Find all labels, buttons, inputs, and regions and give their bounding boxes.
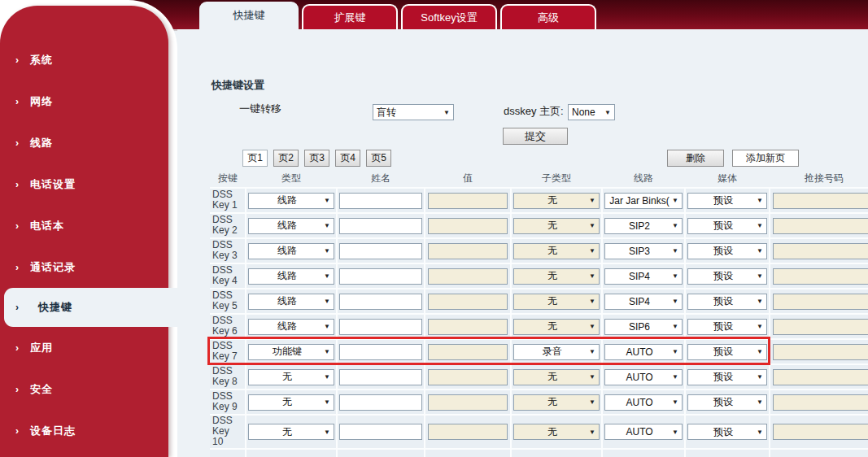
chevron-down-icon: ▼	[757, 272, 763, 280]
delete-button[interactable]: 删除	[667, 150, 724, 167]
table-cell: DSS Key 7	[210, 339, 246, 364]
sidebar-item-menu[interactable]: ›电话设置	[0, 163, 168, 205]
media-select[interactable]: 预设▼	[687, 319, 767, 335]
table-cell	[337, 449, 425, 457]
name-input[interactable]	[339, 394, 422, 411]
col-header-type: 类型	[246, 169, 337, 188]
type-select[interactable]: 功能键▼	[248, 344, 334, 360]
name-input[interactable]	[339, 369, 422, 385]
media-select[interactable]: 预设▼	[687, 424, 767, 440]
one-key-transfer-select[interactable]: 盲转 ▼	[373, 104, 454, 120]
table-cell	[425, 289, 511, 314]
tab-hotkeys[interactable]: 快捷键	[199, 2, 299, 29]
type-select[interactable]: 线路▼	[248, 193, 334, 209]
type-select[interactable]: 无▼	[248, 369, 334, 385]
sidebar-item-label: 电话设置	[30, 177, 76, 192]
line-select[interactable]: AUTO▼	[604, 394, 683, 411]
subtype-select[interactable]: 录音▼	[513, 344, 600, 360]
tab-softkey-settings[interactable]: Softkey设置	[401, 4, 497, 29]
page-button[interactable]: 页4	[335, 150, 360, 167]
name-input[interactable]	[339, 344, 422, 360]
sidebar-item-label: 电话本	[30, 219, 64, 233]
line-select[interactable]: Jar Jar Binks(▼	[604, 193, 683, 209]
dsskey-home-select[interactable]: None ▼	[568, 104, 615, 120]
media-select[interactable]: 预设▼	[687, 193, 767, 209]
type-select[interactable]: 线路▼	[248, 243, 334, 259]
line-select[interactable]: AUTO▼	[604, 369, 683, 385]
page-button[interactable]: 页2	[273, 150, 299, 167]
line-select[interactable]: AUTO▼	[604, 344, 683, 360]
line-select[interactable]: SIP4▼	[604, 294, 683, 310]
chevron-down-icon: ▼	[443, 109, 450, 116]
page-button[interactable]: 页5	[366, 150, 391, 167]
name-input[interactable]	[339, 218, 422, 234]
media-select[interactable]: 预设▼	[687, 243, 767, 259]
media-select[interactable]: 预设▼	[687, 369, 767, 385]
sidebar-item-menu[interactable]: ›应用	[0, 327, 168, 368]
tab-extension-keys[interactable]: 扩展键	[302, 4, 398, 29]
sidebar-item-active[interactable]: ›快捷键	[4, 288, 177, 327]
sidebar-item-menu[interactable]: ›线路	[0, 122, 168, 163]
sidebar-item-menu[interactable]: ›网络	[0, 81, 168, 122]
media-select[interactable]: 预设▼	[687, 344, 767, 360]
line-select-value: AUTO	[608, 372, 670, 383]
col-header-subtype: 子类型	[511, 169, 602, 188]
add-page-button[interactable]: 添加新页	[732, 150, 799, 167]
type-select[interactable]: 线路▼	[248, 268, 334, 285]
table-cell	[337, 390, 425, 415]
table-cell: DSS	[210, 449, 246, 457]
media-select[interactable]: 预设▼	[687, 218, 767, 234]
media-select[interactable]: 预设▼	[687, 294, 767, 310]
media-select-value: 预设	[691, 219, 755, 233]
page-button[interactable]: 页3	[304, 150, 329, 167]
chevron-down-icon: ▼	[324, 323, 330, 330]
pickup-input	[773, 268, 868, 285]
sidebar-item-menu[interactable]: ›通话记录	[0, 246, 168, 288]
chevron-down-icon: ▼	[324, 222, 330, 229]
dsskey-home-label: dsskey 主页:	[504, 104, 564, 119]
line-select[interactable]: SIP6▼	[604, 319, 683, 335]
line-select[interactable]: SIP4▼	[604, 268, 683, 285]
type-select-value: 线路	[252, 219, 322, 233]
media-select-value: 预设	[691, 194, 755, 207]
chevron-down-icon: ▼	[757, 298, 763, 305]
table-cell	[337, 415, 425, 449]
line-select[interactable]: SIP2▼	[604, 218, 683, 234]
section-title: 快捷键设置	[212, 78, 264, 93]
table-cell: 线路▼	[246, 263, 337, 289]
type-select[interactable]: 无▼	[248, 424, 334, 440]
table-cell	[337, 238, 425, 263]
sidebar-item-label: 快捷键	[38, 300, 72, 315]
name-input[interactable]	[339, 243, 422, 259]
type-select[interactable]: 无▼	[248, 394, 334, 411]
table-cell: 预设▼	[685, 364, 770, 390]
chevron-down-icon: ▼	[589, 272, 595, 280]
line-select[interactable]: AUTO▼	[604, 424, 683, 440]
chevron-down-icon: ▼	[672, 298, 678, 305]
sidebar-item-menu[interactable]: ›安全	[0, 368, 168, 410]
sidebar-item-menu[interactable]: ›设备日志	[0, 410, 168, 451]
line-select-value: AUTO	[608, 397, 670, 408]
name-input[interactable]	[339, 193, 422, 209]
subtype-select-value: 无	[517, 395, 587, 409]
name-input[interactable]	[339, 294, 422, 310]
chevron-down-icon: ▼	[672, 348, 678, 355]
media-select[interactable]: 预设▼	[687, 268, 767, 285]
name-input[interactable]	[339, 424, 422, 440]
type-select[interactable]: 线路▼	[248, 218, 334, 234]
chevron-right-icon: ›	[15, 302, 20, 313]
table-cell: AUTO▼	[602, 390, 685, 415]
sidebar-item-menu[interactable]: ›系统	[0, 39, 168, 81]
type-select[interactable]: 线路▼	[248, 319, 334, 335]
media-select[interactable]: 预设▼	[687, 394, 767, 411]
name-input[interactable]	[339, 319, 422, 335]
one-key-transfer-label: 一键转移	[239, 102, 281, 116]
name-input[interactable]	[339, 268, 422, 285]
col-header-value: 值	[425, 169, 511, 188]
line-select[interactable]: SIP3▼	[604, 243, 683, 259]
submit-button[interactable]: 提交	[503, 128, 568, 145]
page-button[interactable]: 页1	[242, 150, 268, 167]
tab-advanced[interactable]: 高级	[500, 4, 596, 29]
type-select[interactable]: 线路▼	[248, 294, 334, 310]
sidebar-item-menu[interactable]: ›电话本	[0, 205, 168, 246]
